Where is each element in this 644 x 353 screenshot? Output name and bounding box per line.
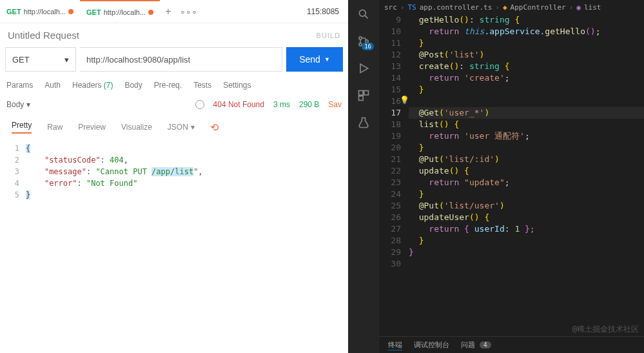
svg-rect-8 [359, 96, 364, 101]
tab-method: GET [6, 8, 21, 15]
globe-icon[interactable] [195, 100, 204, 109]
tab-tests[interactable]: Tests [193, 81, 211, 90]
status-code: 404 Not Found [213, 100, 264, 109]
tab-method: GET [86, 8, 101, 16]
svg-marker-5 [360, 64, 368, 72]
url-row: GET ▾ Send ▼ [0, 47, 348, 72]
chevron-down-icon: ▾ [64, 55, 69, 65]
tab-settings[interactable]: Settings [223, 81, 251, 90]
unsaved-dot-icon [68, 9, 73, 14]
svg-rect-6 [359, 91, 364, 96]
tab-debug-console[interactable]: 调试控制台 [414, 340, 449, 350]
bc-file[interactable]: app.controller.ts [420, 3, 493, 12]
view-pretty[interactable]: Pretty [12, 121, 32, 134]
tab-headers[interactable]: Headers (7) [72, 81, 113, 90]
bc-folder[interactable]: src [384, 3, 397, 12]
class-icon: ◆ [503, 3, 507, 12]
extensions-icon[interactable] [356, 88, 371, 103]
scm-badge: 16 [362, 43, 374, 50]
view-preview[interactable]: Preview [78, 123, 106, 132]
code-editor[interactable]: 9101112131415161718192021222324252627282… [379, 14, 644, 336]
response-body: 1 2 3 4 5 { "statusCode": 404, "message"… [0, 141, 348, 205]
new-tab-button[interactable]: + [160, 6, 176, 17]
tab-terminal[interactable]: 终端 [388, 340, 402, 350]
activity-bar: 16 [348, 0, 379, 353]
method-value: GET [12, 55, 30, 65]
vscode-panel: 16 src › TS app.controller.ts › ◆ AppCon… [348, 0, 644, 353]
tab-bar: GET http://localh... GET http://localh..… [0, 0, 348, 23]
run-debug-icon[interactable] [356, 61, 371, 76]
build-label: BUILD [317, 32, 340, 39]
tab-label: http://localh... [24, 8, 66, 15]
request-tab-2[interactable]: GET http://localh... [80, 0, 160, 23]
lightbulb-icon[interactable]: 💡 [400, 96, 409, 105]
request-title-row: Untitled Request BUILD [0, 23, 348, 47]
bc-method[interactable]: list [584, 3, 601, 12]
response-meta-row: Body ▾ 404 Not Found 3 ms 290 B Sav [0, 96, 348, 113]
editor-area: src › TS app.controller.ts › ◆ AppContro… [379, 0, 644, 353]
svg-rect-7 [364, 91, 369, 96]
response-code[interactable]: { "statusCode": 404, "message": "Cannot … [26, 144, 203, 202]
response-size: 290 B [299, 100, 319, 109]
response-time: 3 ms [273, 100, 290, 109]
file-ts-icon: TS [408, 3, 416, 12]
svg-point-0 [359, 10, 366, 16]
send-button[interactable]: Send ▼ [286, 47, 343, 72]
send-label: Send [299, 54, 320, 65]
tab-params[interactable]: Params [6, 81, 33, 90]
search-icon[interactable] [356, 6, 371, 22]
svg-point-2 [359, 37, 362, 39]
response-body-dropdown[interactable]: Body ▾ [6, 100, 30, 109]
url-input[interactable] [80, 47, 282, 72]
tab-overflow-button[interactable]: ∘∘∘ [176, 6, 201, 17]
svg-line-1 [365, 15, 368, 19]
code-content[interactable]: 💡 getHello(): string { return this.appSe… [409, 14, 644, 336]
request-tab-1[interactable]: GET http://localh... [0, 0, 80, 23]
tab-label: http://localh... [104, 8, 146, 16]
method-select[interactable]: GET ▾ [5, 47, 76, 72]
breadcrumbs[interactable]: src › TS app.controller.ts › ◆ AppContro… [379, 0, 644, 14]
problems-count: 4 [480, 341, 491, 348]
line-numbers: 9101112131415161718192021222324252627282… [379, 14, 409, 336]
wrap-lines-icon[interactable]: ⟲ [210, 121, 219, 134]
server-label: 115:8085 [298, 7, 348, 16]
response-view-tabs: Pretty Raw Preview Visualize JSON ▾ ⟲ [0, 113, 348, 141]
request-subtabs: Params Auth Headers (7) Body Pre-req. Te… [0, 72, 348, 96]
view-raw[interactable]: Raw [47, 123, 63, 132]
bc-class[interactable]: AppController [511, 3, 566, 12]
view-visualize[interactable]: Visualize [121, 123, 152, 132]
chevron-down-icon[interactable]: ▼ [324, 56, 330, 63]
source-control-icon[interactable]: 16 [356, 34, 371, 49]
tab-prereq[interactable]: Pre-req. [154, 81, 182, 90]
bottom-panel-tabs: 终端 调试控制台 问题 4 [379, 336, 644, 353]
unsaved-dot-icon [148, 10, 153, 15]
tab-problems[interactable]: 问题 4 [461, 340, 491, 350]
save-response[interactable]: Sav [328, 100, 342, 109]
tab-auth[interactable]: Auth [44, 81, 61, 90]
watermark: @稀土掘金技术社区 [572, 324, 639, 335]
line-gutter: 1 2 3 4 5 [6, 144, 26, 202]
format-dropdown[interactable]: JSON ▾ [168, 123, 195, 132]
request-title: Untitled Request [8, 30, 79, 41]
testing-icon[interactable] [356, 115, 371, 130]
tab-body[interactable]: Body [124, 81, 142, 90]
postman-panel: GET http://localh... GET http://localh..… [0, 0, 348, 353]
method-icon: ◉ [576, 3, 581, 12]
